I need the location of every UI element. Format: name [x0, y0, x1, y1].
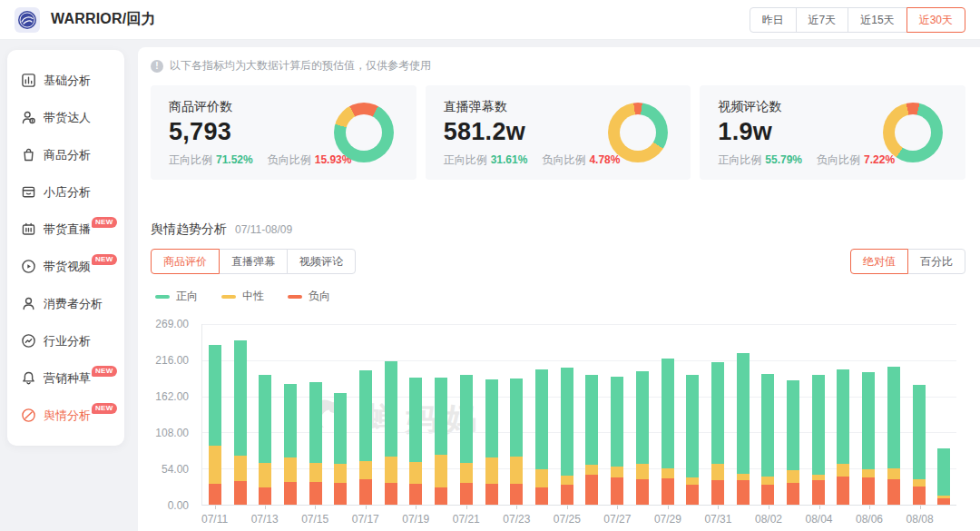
new-badge: NEW — [92, 366, 117, 377]
sentiment-donut-chart — [608, 103, 668, 162]
bar-segment-positive — [259, 375, 271, 463]
sidebar-rail: 基础分析带货达人商品分析小店分析带货直播NEW带货视频NEW消费者分析行业分析营… — [0, 40, 138, 531]
x-axis-slot — [731, 509, 755, 527]
date-range-button[interactable]: 近7天 — [796, 7, 849, 33]
bar-segment-negative — [711, 480, 724, 505]
y-axis-tick-label: 0.00 — [168, 499, 189, 512]
trend-chart: 269.00216.00162.00108.0054.000.00 蝉妈妈 07… — [151, 320, 965, 529]
bar-segment-positive — [937, 448, 950, 497]
bar-segment-positive — [359, 370, 372, 461]
stacked-bar — [711, 324, 724, 505]
x-axis-tick-label: 08/02 — [755, 509, 782, 527]
sidebar-item-label: 小店分析 — [44, 184, 91, 201]
sidebar-item-seeding[interactable]: 营销种草NEW — [7, 359, 124, 397]
stacked-bar — [686, 324, 699, 505]
date-range-group: 昨日近7天近15天近30天 — [750, 7, 965, 33]
bar-segment-positive — [611, 377, 623, 467]
sidebar-item-label: 营销种草 — [44, 370, 91, 387]
bar-segment-neutral — [787, 470, 799, 482]
stat-card: 直播弹幕数581.2w正向比例31.61%负向比例4.78% — [426, 85, 691, 180]
negative-ratio: 负向比例4.78% — [542, 152, 620, 168]
positive-ratio: 正向比例71.52% — [169, 152, 253, 168]
bar-segment-neutral — [611, 467, 623, 477]
bar-segment-negative — [686, 485, 699, 505]
bar-segment-positive — [686, 375, 699, 477]
date-range-button[interactable]: 近30天 — [906, 7, 965, 33]
trend-tab[interactable]: 商品评价 — [151, 249, 220, 274]
x-axis-tick-label: 08/08 — [906, 509, 934, 527]
x-axis-slot — [833, 509, 857, 527]
value-mode-group: 绝对值百分比 — [850, 249, 965, 274]
legend-item[interactable]: 负向 — [288, 289, 330, 304]
x-axis-tick-label: 07/23 — [503, 509, 530, 527]
bar-segment-positive — [409, 378, 422, 461]
bar-08-01 — [730, 324, 756, 505]
bar-segment-negative — [334, 483, 347, 506]
bar-segment-negative — [309, 482, 322, 505]
legend-item[interactable]: 中性 — [221, 289, 264, 304]
positive-ratio: 正向比例31.61% — [444, 152, 528, 168]
bar-segment-positive — [334, 393, 347, 465]
page-title: WARRIOR/回力 — [51, 10, 156, 29]
stacked-bar — [913, 324, 926, 505]
stacked-bar — [460, 324, 473, 505]
bar-07-19 — [404, 324, 429, 505]
bar-segment-negative — [862, 477, 875, 506]
trend-tab[interactable]: 直播弹幕 — [219, 249, 288, 274]
stacked-bar — [485, 324, 498, 505]
bar-segment-negative — [561, 485, 573, 505]
person-badge-icon — [21, 110, 36, 125]
bar-08-03 — [780, 324, 806, 505]
bar-segment-negative — [611, 477, 623, 506]
brand-logo-icon — [15, 7, 40, 33]
stacked-bar — [636, 324, 649, 505]
legend-item[interactable]: 正向 — [155, 289, 198, 304]
bar-segment-neutral — [234, 456, 247, 481]
bar-segment-neutral — [837, 464, 849, 476]
bell-icon — [21, 370, 36, 386]
bar-segment-neutral — [385, 457, 397, 482]
value-mode-button[interactable]: 绝对值 — [850, 249, 908, 274]
bar-segment-positive — [812, 375, 825, 474]
stacked-bar — [409, 324, 422, 505]
legend-label: 中性 — [242, 289, 264, 304]
stacked-bar — [761, 324, 774, 505]
bar-chart-icon — [21, 73, 36, 88]
bar-segment-negative — [737, 480, 750, 505]
legend-dash-icon — [288, 295, 302, 299]
sidebar-item-sentiment[interactable]: 舆情分析NEW — [7, 397, 124, 434]
bar-segment-positive — [787, 380, 799, 470]
bar-segment-positive — [711, 362, 724, 464]
bar-segment-positive — [209, 345, 221, 446]
sidebar-item-influencer[interactable]: 带货达人 — [7, 99, 124, 136]
sidebar-item-shop[interactable]: 小店分析 — [7, 173, 124, 211]
date-range-button[interactable]: 近15天 — [848, 7, 906, 33]
value-mode-button[interactable]: 百分比 — [907, 249, 965, 274]
stacked-bar — [510, 324, 523, 505]
sidebar-item-industry[interactable]: 行业分析 — [7, 322, 124, 359]
sidebar-item-video[interactable]: 带货视频NEW — [7, 248, 124, 285]
trend-tab[interactable]: 视频评论 — [287, 249, 356, 274]
sentiment-donut-chart — [883, 103, 943, 162]
sidebar-item-product[interactable]: 商品分析 — [7, 136, 124, 173]
bar-08-07 — [881, 324, 906, 505]
bar-08-02 — [755, 324, 780, 505]
sidebar-item-live[interactable]: 带货直播NEW — [7, 211, 124, 248]
bar-segment-negative — [460, 483, 473, 505]
sidebar-item-label: 舆情分析 — [44, 408, 91, 424]
bar-07-23 — [504, 324, 529, 505]
sidebar-item-basic[interactable]: 基础分析 — [7, 62, 124, 99]
date-range-button[interactable]: 昨日 — [750, 7, 797, 33]
bars-container — [202, 324, 956, 505]
trend-tabs-group: 商品评价直播弹幕视频评论 — [151, 249, 356, 274]
bar-segment-negative — [385, 483, 397, 506]
bar-segment-neutral — [561, 476, 573, 485]
y-axis-tick-label: 54.00 — [162, 463, 189, 476]
stacked-bar — [284, 324, 297, 505]
bar-segment-positive — [510, 379, 523, 457]
top-header: WARRIOR/回力 昨日近7天近15天近30天 — [0, 0, 980, 40]
sidebar-item-consumer[interactable]: 消费者分析 — [7, 285, 124, 322]
stacked-bar — [812, 324, 825, 505]
sidebar-item-label: 带货视频 — [44, 259, 91, 275]
bar-segment-positive — [284, 384, 297, 457]
